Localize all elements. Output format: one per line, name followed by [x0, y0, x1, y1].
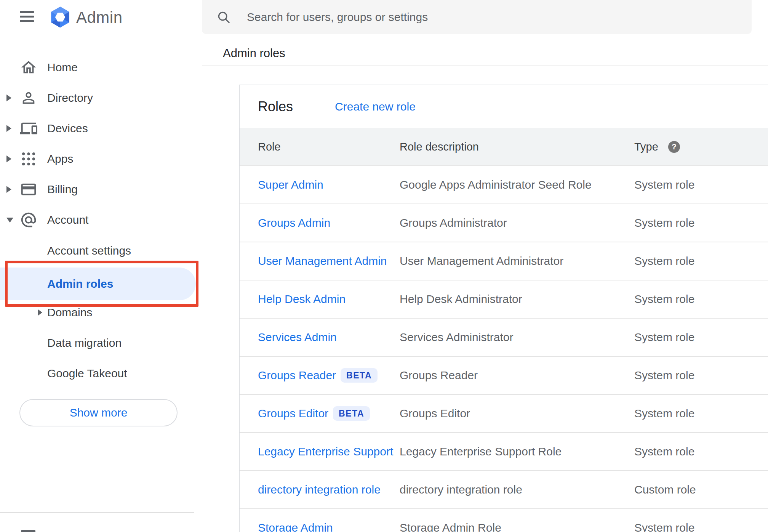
menu-icon[interactable]	[20, 11, 34, 23]
sidebar-item-apps[interactable]: Apps	[0, 144, 202, 174]
sidebar-item-label: Home	[47, 61, 78, 74]
home-icon	[20, 59, 37, 76]
search-input[interactable]	[246, 10, 752, 24]
sidebar-item-label: Account settings	[47, 244, 131, 257]
role-type: System role	[634, 293, 694, 306]
sidebar-item-admin-roles[interactable]: Admin roles	[0, 268, 196, 300]
role-link[interactable]: Groups Admin	[258, 216, 330, 229]
chevron-down-icon	[6, 218, 13, 223]
sidebar-item-devices[interactable]: Devices	[0, 113, 202, 144]
role-description: Legacy Enterprise Support Role	[400, 445, 634, 458]
table-row: Super Admin BETA Google Apps Administrat…	[240, 165, 768, 204]
sidebar-divider	[0, 512, 194, 513]
role-link[interactable]: User Management Admin	[258, 255, 387, 268]
table-header-row: Role Role description Type ?	[240, 128, 768, 165]
chevron-right-icon	[6, 125, 11, 132]
role-link[interactable]: directory integration role	[258, 483, 381, 496]
table-row: Help Desk Admin BETA Help Desk Administr…	[240, 280, 768, 318]
role-link[interactable]: Storage Admin	[258, 521, 333, 532]
table-row: Storage Admin BETA Storage Admin Role Sy…	[240, 508, 768, 532]
main-content: Admin roles Roles Create new role Role R…	[202, 0, 768, 532]
credit-card-icon	[20, 181, 37, 198]
table-row: Groups Reader BETA Groups Reader System …	[240, 356, 768, 394]
role-description: Groups Reader	[400, 369, 634, 382]
chevron-right-icon	[6, 95, 11, 101]
column-header-role: Role	[258, 141, 400, 153]
admin-logo-icon	[48, 6, 72, 29]
sidebar-item-label: Data migration	[47, 337, 122, 349]
beta-badge: BETA	[333, 406, 370, 421]
sidebar-item-directory[interactable]: Directory	[0, 83, 202, 113]
role-type: Custom role	[634, 483, 696, 496]
roles-card: Roles Create new role Role Role descript…	[239, 85, 768, 532]
sidebar-item-google-takeout[interactable]: Google Takeout	[0, 358, 202, 389]
role-link[interactable]: Groups Reader	[258, 369, 336, 382]
show-more-button[interactable]: Show more	[19, 399, 178, 426]
sidebar-item-label: Account	[47, 213, 88, 226]
table-row: Groups Admin BETA Groups Administrator S…	[240, 204, 768, 242]
at-sign-icon	[20, 211, 37, 229]
role-description: Storage Admin Role	[400, 521, 634, 532]
table-row: Legacy Enterprise Support BETA Legacy En…	[240, 432, 768, 470]
table-row: User Management Admin BETA User Manageme…	[240, 242, 768, 280]
role-description: Services Administrator	[400, 331, 634, 344]
sidebar-item-label: Google Takeout	[47, 367, 127, 380]
sidebar-item-label: Admin roles	[47, 277, 113, 290]
table-row: Groups Editor BETA Groups Editor System …	[240, 394, 768, 432]
sidebar-item-domains[interactable]: Domains	[0, 297, 202, 328]
table-row: directory integration role BETA director…	[240, 470, 768, 508]
role-type: System role	[634, 407, 694, 420]
role-type: System role	[634, 216, 694, 229]
role-link[interactable]: Super Admin	[258, 178, 323, 191]
search-bar[interactable]	[202, 0, 752, 34]
person-icon	[20, 89, 37, 107]
role-type: System role	[634, 178, 694, 191]
role-type: System role	[634, 255, 694, 268]
column-header-type: Type	[634, 141, 658, 153]
role-description: Google Apps Administrator Seed Role	[400, 178, 634, 191]
sidebar-item-home[interactable]: Home	[0, 52, 202, 83]
sidebar-item-label: Domains	[47, 306, 92, 319]
role-link[interactable]: Services Admin	[258, 331, 337, 344]
chevron-right-icon	[6, 186, 11, 193]
content-divider	[202, 66, 768, 66]
roles-table-body: Super Admin BETA Google Apps Administrat…	[240, 165, 768, 532]
google-admin-console: Admin Home Directory Devices	[0, 0, 768, 532]
devices-icon	[20, 120, 37, 137]
sidebar-item-label: Billing	[47, 183, 78, 196]
sidebar-item-account-settings[interactable]: Account settings	[0, 236, 202, 266]
role-link[interactable]: Legacy Enterprise Support	[258, 445, 393, 458]
help-icon[interactable]: ?	[668, 141, 680, 153]
chevron-right-icon	[6, 155, 11, 162]
role-description: directory integration role	[400, 483, 634, 496]
sidebar-item-label: Apps	[47, 152, 73, 165]
role-description: User Management Administrator	[400, 255, 634, 268]
role-description: Groups Administrator	[400, 216, 634, 229]
chevron-right-icon	[38, 309, 42, 316]
breadcrumb: Admin roles	[223, 43, 285, 64]
table-row: Services Admin BETA Services Administrat…	[240, 318, 768, 356]
sidebar-item-data-migration[interactable]: Data migration	[0, 328, 202, 358]
role-type: System role	[634, 331, 694, 344]
role-description: Groups Editor	[400, 407, 634, 420]
sidebar-item-label: Directory	[47, 91, 93, 104]
role-link[interactable]: Help Desk Admin	[258, 293, 346, 306]
roles-title: Roles	[258, 99, 293, 115]
sidebar-item-account[interactable]: Account	[0, 205, 202, 235]
create-new-role-link[interactable]: Create new role	[335, 100, 416, 113]
role-type: System role	[634, 521, 694, 532]
role-link[interactable]: Groups Editor	[258, 407, 328, 420]
app-title: Admin	[76, 7, 123, 28]
roles-card-header: Roles Create new role	[240, 85, 768, 128]
sidebar-item-label: Devices	[47, 122, 88, 135]
apps-grid-icon	[20, 150, 37, 168]
beta-badge: BETA	[341, 368, 378, 383]
role-description: Help Desk Administrator	[400, 293, 634, 306]
sidebar-item-billing[interactable]: Billing	[0, 174, 202, 205]
partial-bottom-icon	[21, 530, 35, 532]
search-icon	[216, 10, 231, 24]
column-header-description: Role description	[400, 141, 634, 153]
role-type: System role	[634, 369, 694, 382]
sidebar: Admin Home Directory Devices	[0, 0, 202, 532]
role-type: System role	[634, 445, 694, 458]
